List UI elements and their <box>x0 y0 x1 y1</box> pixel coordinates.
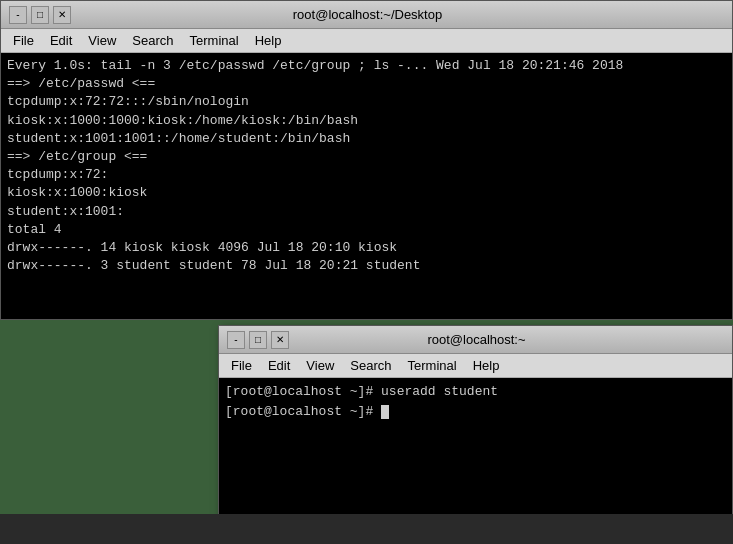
menu-help-1[interactable]: Help <box>247 33 290 48</box>
menu-edit-1[interactable]: Edit <box>42 33 80 48</box>
win-controls-2[interactable]: - □ ✕ <box>227 331 289 349</box>
terminal-line-2: ==> /etc/passwd <== <box>7 75 726 93</box>
terminal-window-1: - □ ✕ root@localhost:~/Desktop File Edit… <box>0 0 733 320</box>
window-title-2: root@localhost:~ <box>289 332 664 347</box>
menu-view-1[interactable]: View <box>80 33 124 48</box>
terminal-window-2: - □ ✕ root@localhost:~ File Edit View Se… <box>218 325 733 535</box>
terminal-line-8: tcpdump:x:72: <box>7 166 726 184</box>
menubar-2: File Edit View Search Terminal Help <box>219 354 732 378</box>
menu-view-2[interactable]: View <box>298 358 342 373</box>
desktop: - □ ✕ root@localhost:~/Desktop File Edit… <box>0 0 733 544</box>
close-button-1[interactable]: ✕ <box>53 6 71 24</box>
terminal-line-12: drwx------. 14 kiosk kiosk 4096 Jul 18 2… <box>7 239 726 257</box>
close-button-2[interactable]: ✕ <box>271 331 289 349</box>
terminal-cursor <box>381 405 389 419</box>
desktop-background-panel <box>0 320 220 544</box>
terminal-body-1[interactable]: Every 1.0s: tail -n 3 /etc/passwd /etc/g… <box>1 53 732 319</box>
menu-help-2[interactable]: Help <box>465 358 508 373</box>
terminal-line-10: student:x:1001: <box>7 203 726 221</box>
menu-search-2[interactable]: Search <box>342 358 399 373</box>
taskbar <box>0 514 733 544</box>
terminal-line-4: kiosk:x:1000:1000:kiosk:/home/kiosk:/bin… <box>7 112 726 130</box>
maximize-button-2[interactable]: □ <box>249 331 267 349</box>
menu-file-1[interactable]: File <box>5 33 42 48</box>
terminal-line-13: drwx------. 3 student student 78 Jul 18 … <box>7 257 726 275</box>
terminal-line-5: student:x:1001:1001::/home/student:/bin/… <box>7 130 726 148</box>
terminal-line-0: Every 1.0s: tail -n 3 /etc/passwd /etc/g… <box>7 57 726 75</box>
terminal-line-11: total 4 <box>7 221 726 239</box>
menu-terminal-2[interactable]: Terminal <box>400 358 465 373</box>
terminal2-line-0: [root@localhost ~]# useradd student <box>225 382 726 402</box>
window-title-1: root@localhost:~/Desktop <box>71 7 664 22</box>
maximize-button-1[interactable]: □ <box>31 6 49 24</box>
menubar-1: File Edit View Search Terminal Help <box>1 29 732 53</box>
menu-search-1[interactable]: Search <box>124 33 181 48</box>
menu-edit-2[interactable]: Edit <box>260 358 298 373</box>
minimize-button-2[interactable]: - <box>227 331 245 349</box>
title-bar-1: - □ ✕ root@localhost:~/Desktop <box>1 1 732 29</box>
win-controls-1[interactable]: - □ ✕ <box>9 6 71 24</box>
terminal2-line-1: [root@localhost ~]# <box>225 402 726 422</box>
menu-file-2[interactable]: File <box>223 358 260 373</box>
menu-terminal-1[interactable]: Terminal <box>182 33 247 48</box>
minimize-button-1[interactable]: - <box>9 6 27 24</box>
title-bar-2: - □ ✕ root@localhost:~ <box>219 326 732 354</box>
terminal-line-7: ==> /etc/group <== <box>7 148 726 166</box>
terminal-line-3: tcpdump:x:72:72:::/sbin/nologin <box>7 93 726 111</box>
terminal-body-2[interactable]: [root@localhost ~]# useradd student [roo… <box>219 378 732 534</box>
terminal-line-9: kiosk:x:1000:kiosk <box>7 184 726 202</box>
